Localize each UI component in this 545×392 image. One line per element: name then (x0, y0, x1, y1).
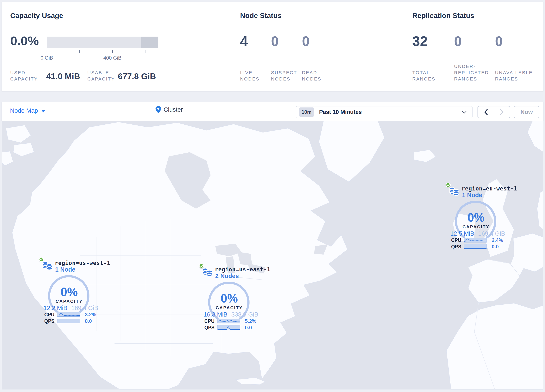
region-capacity-percent: 0% (199, 292, 260, 305)
region-used-capacity: 16.3 MiB (204, 311, 227, 318)
region-title: region=us-east-1 (215, 266, 270, 273)
region-capacity-label: CAPACITY (199, 305, 260, 310)
used-capacity-label: USED CAPACITY (10, 70, 45, 82)
suspect-nodes-label: SUSPECT NODES (271, 70, 299, 82)
region-marker-eu-west-1[interactable]: region=eu-west-1 1 Node 0% CAPACITY 12.5… (446, 182, 506, 250)
cpu-sparkline (217, 318, 240, 324)
chevron-down-icon (462, 111, 467, 113)
suspect-nodes-count: 0 (271, 33, 279, 49)
region-node-count: 1 Node (462, 192, 482, 199)
axis-tick (79, 50, 80, 53)
qps-value: 0.0 (85, 318, 92, 324)
axis-label-zero: 0 GiB (30, 55, 63, 61)
chevron-right-icon (500, 109, 504, 115)
world-basemap (2, 121, 543, 390)
node-map[interactable]: region=us-west-1 1 Node 0% CAPACITY 12.2… (2, 121, 543, 390)
region-used-capacity: 12.5 MiB (450, 230, 474, 237)
qps-label: QPS (44, 318, 57, 324)
usable-capacity-value: 677.8 GiB (118, 72, 156, 81)
cpu-sparkline (464, 237, 487, 243)
now-button-label: Now (520, 109, 533, 115)
dead-nodes-count: 0 (302, 33, 310, 49)
axis-tick (112, 50, 113, 53)
region-total-capacity: 169.4 GiB (478, 230, 505, 237)
under-replicated-count: 0 (454, 33, 462, 49)
region-title: region=us-west-1 (55, 260, 110, 266)
cluster-summary-panel: Capacity Usage 0.0% 0 GiB 400 GiB USED C… (2, 2, 543, 91)
database-stack-icon (42, 260, 53, 271)
axis-tick (145, 50, 145, 53)
map-pin-icon (155, 106, 161, 113)
under-replicated-label: UNDER-REPLICATED RANGES (454, 63, 495, 82)
map-toolbar: Node Map Cluster 10m Past 10 Minutes Now (2, 102, 543, 121)
region-node-count: 1 Node (55, 266, 75, 273)
next-time-button[interactable] (494, 106, 510, 118)
replication-status-title: Replication Status (412, 12, 474, 20)
qps-label: QPS (204, 325, 217, 330)
qps-value: 0.0 (492, 244, 499, 250)
capacity-percent: 0.0% (10, 34, 39, 48)
axis-label-400: 400 GiB (96, 55, 129, 61)
capacity-bar-nonusable-segment (141, 37, 158, 48)
qps-sparkline (217, 325, 240, 330)
region-capacity-label: CAPACITY (446, 224, 506, 229)
region-total-capacity: 338.9 GiB (231, 311, 258, 318)
time-range-label: Past 10 Minutes (319, 109, 362, 115)
chevron-left-icon (484, 109, 488, 115)
time-range-badge: 10m (299, 107, 314, 117)
total-ranges-label: TOTAL RANGES (412, 70, 443, 82)
toolbar-divider (286, 104, 286, 118)
now-button[interactable]: Now (514, 106, 539, 118)
breadcrumb[interactable]: Cluster (155, 106, 183, 113)
region-capacity-label: CAPACITY (39, 299, 99, 304)
view-selector-dropdown[interactable]: Node Map (10, 107, 45, 114)
qps-label: QPS (451, 244, 464, 250)
cpu-value: 3.2% (85, 312, 96, 317)
database-stack-icon (449, 186, 459, 196)
cpu-label: CPU (44, 312, 57, 317)
region-node-count: 2 Nodes (215, 273, 239, 280)
cpu-value: 2.4% (492, 237, 503, 243)
unavailable-label: UNAVAILABLE RANGES (495, 70, 541, 82)
total-ranges-count: 32 (412, 33, 427, 49)
previous-time-button[interactable] (478, 106, 494, 118)
qps-sparkline (464, 244, 487, 249)
region-title: region=eu-west-1 (462, 186, 517, 192)
region-capacity-percent: 0% (39, 285, 99, 299)
database-stack-icon (202, 267, 213, 277)
chevron-down-icon (41, 110, 45, 112)
cpu-label: CPU (204, 318, 217, 324)
capacity-usage-title: Capacity Usage (10, 12, 63, 20)
axis-tick (47, 50, 47, 53)
region-marker-us-west-1[interactable]: region=us-west-1 1 Node 0% CAPACITY 12.2… (39, 257, 99, 324)
used-capacity-value: 41.0 MiB (46, 72, 80, 81)
cpu-value: 5.2% (245, 318, 256, 324)
time-step-buttons (477, 106, 510, 118)
cpu-sparkline (57, 312, 80, 317)
capacity-bar (47, 37, 158, 48)
unavailable-count: 0 (495, 33, 503, 49)
cpu-label: CPU (451, 237, 464, 243)
view-selector-label: Node Map (10, 107, 38, 114)
live-nodes-label: LIVE NODES (240, 70, 265, 82)
region-marker-us-east-1[interactable]: region=us-east-1 2 Nodes 0% CAPACITY 16.… (199, 263, 260, 331)
qps-value: 0.0 (245, 325, 252, 330)
region-capacity-percent: 0% (446, 211, 506, 224)
qps-sparkline (57, 318, 80, 324)
region-used-capacity: 12.2 MiB (43, 305, 67, 311)
region-total-capacity: 169.4 GiB (71, 305, 98, 311)
node-status-title: Node Status (240, 12, 281, 20)
breadcrumb-label: Cluster (164, 106, 183, 113)
usable-capacity-label: USABLE CAPACITY (87, 70, 122, 82)
live-nodes-count: 4 (240, 33, 248, 49)
dead-nodes-label: DEAD NODES (302, 70, 327, 82)
time-range-dropdown[interactable]: 10m Past 10 Minutes (296, 106, 472, 118)
